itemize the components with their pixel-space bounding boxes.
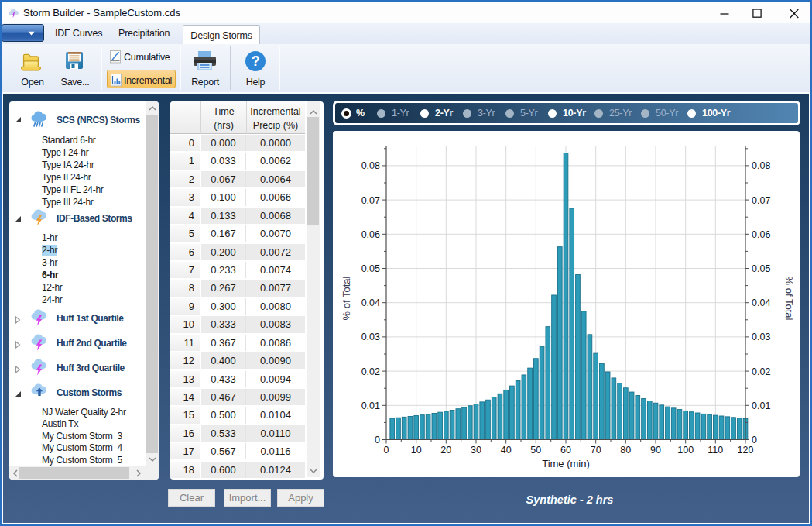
svg-text:0: 0 bbox=[375, 435, 380, 445]
svg-text:0.02: 0.02 bbox=[361, 366, 380, 377]
svg-text:0.01: 0.01 bbox=[361, 401, 380, 411]
svg-text:0.04: 0.04 bbox=[752, 297, 770, 308]
svg-text:0.07: 0.07 bbox=[752, 195, 770, 206]
svg-text:0.07: 0.07 bbox=[361, 195, 380, 206]
svg-text:30: 30 bbox=[471, 445, 481, 456]
svg-text:% of Total: % of Total bbox=[783, 277, 795, 321]
svg-text:40: 40 bbox=[501, 445, 512, 456]
svg-text:0.03: 0.03 bbox=[752, 332, 770, 342]
svg-text:0: 0 bbox=[752, 435, 757, 445]
svg-text:110: 110 bbox=[708, 445, 723, 456]
svg-text:0.01: 0.01 bbox=[752, 401, 770, 411]
svg-text:0.06: 0.06 bbox=[752, 229, 770, 240]
svg-text:50: 50 bbox=[530, 445, 541, 456]
svg-text:?: ? bbox=[252, 53, 260, 69]
svg-text:0: 0 bbox=[384, 445, 389, 456]
svg-text:120: 120 bbox=[738, 445, 754, 456]
svg-text:0.06: 0.06 bbox=[361, 229, 380, 240]
svg-text:0.04: 0.04 bbox=[361, 297, 380, 308]
svg-text:10: 10 bbox=[411, 445, 422, 456]
svg-text:% of Total: % of Total bbox=[341, 276, 352, 320]
svg-text:60: 60 bbox=[560, 445, 571, 456]
svg-text:0.08: 0.08 bbox=[752, 160, 770, 171]
svg-text:70: 70 bbox=[591, 445, 601, 456]
svg-text:80: 80 bbox=[620, 445, 631, 456]
svg-text:0.05: 0.05 bbox=[361, 263, 380, 274]
svg-text:0.05: 0.05 bbox=[752, 263, 770, 274]
svg-text:Time (min): Time (min) bbox=[542, 458, 590, 469]
svg-text:100: 100 bbox=[677, 445, 694, 456]
svg-text:20: 20 bbox=[440, 445, 451, 456]
svg-text:90: 90 bbox=[650, 445, 661, 456]
svg-text:0.02: 0.02 bbox=[752, 366, 770, 377]
svg-text:0.03: 0.03 bbox=[361, 332, 380, 342]
svg-text:0.08: 0.08 bbox=[361, 160, 380, 171]
